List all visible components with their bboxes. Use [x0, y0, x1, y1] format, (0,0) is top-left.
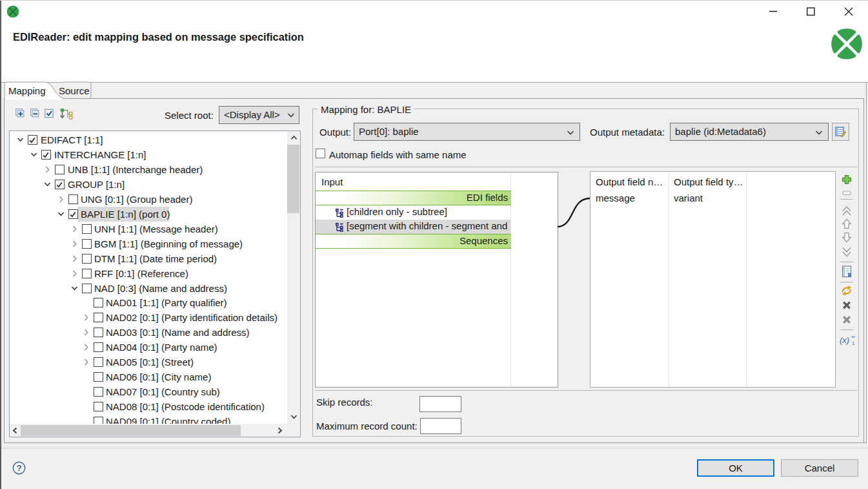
svg-text:1: 1 [852, 340, 855, 346]
svg-text:(x): (x) [840, 335, 849, 345]
svg-text:∞: ∞ [851, 334, 855, 340]
svg-text:?: ? [16, 463, 21, 473]
